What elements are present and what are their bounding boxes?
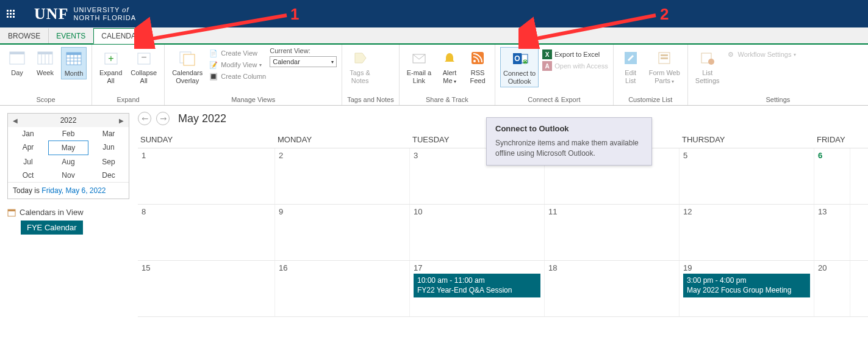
scope-day-button[interactable]: Day	[5, 47, 29, 78]
tooltip-body: Synchronize items and make them availabl…	[495, 138, 643, 159]
logo-text: UNF	[34, 5, 68, 23]
chevron-down-icon: ▾	[453, 79, 456, 84]
calendar-day-cell[interactable]: 1	[138, 148, 275, 204]
calendar-day-cell[interactable]: 193:00 pm - 4:00 pmMay 2022 Focus Group …	[680, 261, 814, 316]
create-view-icon: 📄	[209, 48, 218, 58]
calendar-day-cell[interactable]: 10	[410, 205, 545, 260]
minical-month-mar[interactable]: Mar	[88, 127, 129, 140]
scope-week-button[interactable]: Week	[33, 47, 57, 78]
rss-feed-button[interactable]: RSS Feed	[465, 47, 490, 86]
svg-rect-1	[10, 10, 12, 12]
calendar-day-cell[interactable]: 1710:00 am - 11:00 amFY22 Year-End Q&A S…	[410, 261, 545, 316]
calendar-event[interactable]: 10:00 am - 11:00 amFY22 Year-End Q&A Ses…	[414, 274, 540, 297]
minical-month-sep[interactable]: Sep	[88, 155, 129, 169]
svg-text:O: O	[514, 54, 520, 63]
svg-text:−: −	[141, 52, 146, 62]
connect-outlook-button[interactable]: O Connect to Outlook	[500, 47, 539, 87]
cal-prev-button[interactable]: 🡐	[138, 112, 151, 125]
list-settings-button[interactable]: List Settings	[693, 47, 722, 86]
minical-month-oct[interactable]: Oct	[8, 169, 48, 182]
minical-month-aug[interactable]: Aug	[48, 155, 88, 169]
minical-month-feb[interactable]: Feb	[48, 127, 88, 140]
tab-calendar[interactable]: CALENDAR	[93, 28, 149, 44]
modify-view-button[interactable]: 📝Modify View ▾	[209, 60, 266, 70]
group-label-tags: Tags and Notes	[347, 94, 393, 105]
week-icon	[35, 48, 55, 68]
site-logo[interactable]: UNF UNIVERSITY of NORTH FLORIDA	[34, 5, 136, 23]
calendar-day-cell[interactable]: 2	[275, 148, 410, 204]
minical-month-dec[interactable]: Dec	[88, 169, 129, 182]
minical-year: 2022	[60, 116, 77, 125]
minical-month-apr[interactable]: Apr	[8, 140, 48, 155]
day-header: THURSDAY	[680, 131, 814, 148]
minical-month-jul[interactable]: Jul	[8, 155, 48, 169]
tab-events[interactable]: EVENTS	[48, 28, 93, 43]
create-column-button[interactable]: 🔳Create Column	[209, 71, 266, 81]
collapse-all-button[interactable]: − Collapse All	[128, 47, 159, 86]
calendars-in-view: Calendars in View FYE Calendar	[7, 208, 132, 235]
workflow-icon: ⚙	[726, 49, 736, 59]
svg-rect-12	[38, 52, 52, 54]
group-label-share: Share & Track	[404, 94, 490, 105]
event-title: FY22 Year-End Q&A Session	[417, 286, 537, 296]
ribbon-group-connect: O Connect to Outlook XExport to Excel AO…	[495, 45, 614, 105]
tab-browse[interactable]: BROWSE	[0, 28, 48, 43]
expand-all-button[interactable]: + Expand All	[97, 47, 124, 86]
calendar-day-cell[interactable]: 5	[680, 148, 814, 204]
email-link-button[interactable]: E-mail a Link	[404, 47, 434, 86]
day-number: 11	[548, 207, 675, 216]
chevron-down-icon: ▾	[331, 59, 334, 65]
calendar-badge[interactable]: FYE Calendar	[21, 221, 83, 235]
ribbon-group-expand: + Expand All − Collapse All Expand	[92, 45, 165, 105]
current-view-select[interactable]: Calendar ▾	[270, 56, 337, 67]
calendar-day-cell[interactable]: 6	[814, 148, 850, 204]
calendar-day-cell[interactable]: 13	[814, 205, 850, 260]
calendar-week-row: 8910111213	[138, 205, 868, 261]
sidebar: ◀ 2022 ▶ JanFebMarAprMayJunJulAugSepOctN…	[0, 106, 132, 317]
svg-rect-28	[184, 54, 195, 65]
export-excel-button[interactable]: XExport to Excel	[542, 49, 608, 59]
group-label-manage: Manage Views	[170, 94, 337, 105]
calendars-overlay-button[interactable]: Calendars Overlay	[170, 47, 205, 86]
minical-today-link[interactable]: Friday, May 6, 2022	[41, 186, 106, 195]
calendar-small-icon	[7, 208, 16, 217]
minical-month-jan[interactable]: Jan	[8, 127, 48, 140]
day-header: MONDAY	[275, 131, 410, 148]
open-access-button[interactable]: AOpen with Access	[542, 61, 608, 71]
alert-me-button[interactable]: Alert Me ▾	[437, 47, 462, 86]
minical-month-jun[interactable]: Jun	[88, 140, 129, 155]
day-number: 13	[818, 207, 846, 216]
calendar-day-cell[interactable]: 9	[275, 205, 410, 260]
edit-list-button[interactable]: Edit List	[619, 47, 643, 86]
create-view-button[interactable]: 📄Create View	[209, 48, 266, 58]
minical-prev-button[interactable]: ◀	[13, 117, 18, 124]
workflow-settings-button[interactable]: ⚙Workflow Settings ▾	[726, 49, 797, 59]
cal-next-button[interactable]: 🡒	[156, 112, 170, 125]
chevron-down-icon: ▾	[794, 52, 796, 57]
calendar-event[interactable]: 3:00 pm - 4:00 pmMay 2022 Focus Group Me…	[683, 274, 810, 297]
calendar-day-cell[interactable]: 8	[138, 205, 275, 260]
minical-month-nov[interactable]: Nov	[48, 169, 88, 182]
ribbon-group-tags: Tags & Notes Tags and Notes	[342, 45, 399, 105]
calendar-day-cell[interactable]: 12	[680, 205, 814, 260]
minical-today-row: Today is Friday, May 6, 2022	[8, 182, 129, 199]
calendar-day-cell[interactable]: 16	[275, 261, 410, 316]
calendar-day-cell[interactable]: 11	[545, 205, 680, 260]
envelope-icon	[409, 48, 429, 68]
svg-rect-43	[661, 54, 668, 56]
day-number: 19	[683, 263, 810, 272]
calendar-day-cell[interactable]: 18	[545, 261, 680, 316]
day-number: 5	[683, 151, 810, 160]
bell-icon	[440, 48, 459, 68]
app-launcher-icon[interactable]	[6, 9, 16, 19]
scope-month-button[interactable]: Month	[61, 47, 87, 79]
calendar-day-cell[interactable]: 15	[138, 261, 275, 316]
svg-rect-44	[661, 57, 668, 59]
day-number: 18	[548, 263, 675, 272]
tags-notes-button[interactable]: Tags & Notes	[347, 47, 373, 86]
minical-month-may[interactable]: May	[48, 140, 88, 155]
form-web-parts-button[interactable]: Form Web Parts ▾	[647, 47, 683, 86]
calendar-day-cell[interactable]: 20	[814, 261, 850, 316]
minical-next-button[interactable]: ▶	[119, 117, 124, 124]
day-number: 17	[414, 263, 540, 272]
